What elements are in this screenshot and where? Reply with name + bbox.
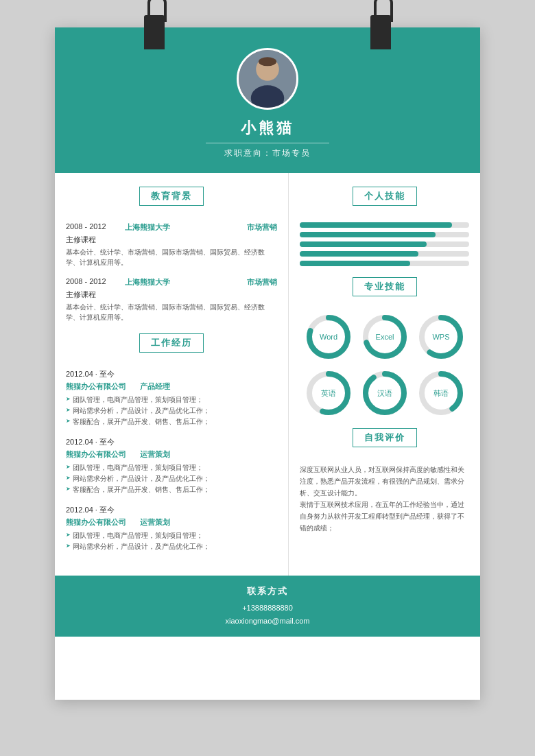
work-position-1: 运营策划: [140, 449, 170, 460]
footer-title: 联系方式: [69, 585, 466, 598]
edu-subtitle-1: 主修课程: [66, 290, 277, 300]
work-bullet-0-2: 客服配合，展开产品开发、销售、售后工作；: [66, 416, 277, 427]
resume-body: 教育背景 2008 - 2012 上海熊猫大学 市场营销 主修课程 基本会计、统…: [55, 173, 480, 576]
work-position-0: 产品经理: [140, 381, 170, 392]
edu-desc-1: 基本会计、统计学、市场营销、国际市场营销、国际贸易、经济数学、计算机应用等。: [66, 302, 277, 322]
work-bullet-0-0: 团队管理，电商产品管理，策划项目管理；: [66, 394, 277, 405]
work-bullet-2-1: 网站需求分析，产品设计，及产品优化工作；: [66, 541, 277, 552]
skill-bar-row-3: [300, 251, 469, 257]
header-divider: [206, 143, 329, 143]
skill-bar-bg-3: [300, 251, 469, 257]
work-company-row-1: 熊猫办公有限公司 运营策划: [66, 449, 277, 460]
skill-bar-row-0: [300, 222, 469, 228]
edu-desc-0: 基本会计、统计学、市场营销、国际市场营销、国际贸易、经济数学、计算机应用等。: [66, 247, 277, 268]
work-bullet-0-1: 网站需求分析，产品设计，及产品优化工作；: [66, 405, 277, 416]
work-bullet-1-1: 网站需求分析，产品设计，及产品优化工作；: [66, 473, 277, 484]
footer-email: xiaoxiongmao@mail.com: [69, 615, 466, 628]
skill-bar-row-1: [300, 232, 469, 237]
clip-right: [370, 15, 391, 49]
donut-svg-2: WPS: [417, 313, 465, 361]
work-bullet-1-0: 团队管理，电商产品管理，策划项目管理；: [66, 462, 277, 473]
edu-header-1: 2008 - 2012 上海熊猫大学 市场营销: [66, 277, 277, 287]
donut-item-5: 韩语: [417, 369, 465, 417]
work-section-title-wrapper: 工作经历: [66, 333, 277, 361]
pro-skills-title-wrapper: 专业技能: [300, 277, 469, 305]
work-section-title: 工作经历: [139, 333, 204, 353]
edu-major-0: 市场营销: [247, 222, 277, 233]
work-date-1: 2012.04 · 至今: [66, 437, 277, 447]
work-entry-1: 2012.04 · 至今 熊猫办公有限公司 运营策划 团队管理，电商产品管理，策…: [66, 437, 277, 495]
clip-left: [144, 15, 165, 49]
edu-subtitle-0: 主修课程: [66, 235, 277, 245]
avatar: [237, 48, 298, 110]
svg-text:英语: 英语: [321, 389, 336, 397]
donut-item-2: WPS: [417, 313, 465, 361]
edu-entry-0: 2008 - 2012 上海熊猫大学 市场营销 主修课程 基本会计、统计学、市场…: [66, 222, 277, 268]
work-entry-2: 2012.04 · 至今 熊猫办公有限公司 运营策划 团队管理，电商产品管理，策…: [66, 505, 277, 552]
job-title: 求职意向：市场专员: [224, 147, 311, 159]
svg-text:Word: Word: [319, 333, 337, 341]
work-date-2: 2012.04 · 至今: [66, 505, 277, 515]
skill-bar-bg-2: [300, 241, 469, 247]
skill-bar-fill-3: [300, 251, 418, 257]
left-column: 教育背景 2008 - 2012 上海熊猫大学 市场营销 主修课程 基本会计、统…: [55, 173, 289, 576]
svg-text:WPS: WPS: [432, 333, 449, 341]
work-company-row-2: 熊猫办公有限公司 运营策划: [66, 517, 277, 528]
donut-item-1: Excel: [361, 313, 409, 361]
edu-school-0: 上海熊猫大学: [125, 222, 170, 233]
page-wrapper: 小熊猫 求职意向：市场专员 教育背景 2008 - 2012 上海熊猫大学 市场…: [55, 27, 480, 700]
education-section-title: 教育背景: [139, 187, 204, 206]
donut-svg-4: 汉语: [361, 369, 409, 417]
svg-text:汉语: 汉语: [377, 389, 392, 397]
resume-name: 小熊猫: [241, 118, 294, 139]
work-bullet-2-0: 团队管理，电商产品管理，策划项目管理；: [66, 530, 277, 541]
work-company-0: 熊猫办公有限公司: [66, 381, 126, 392]
work-section: 工作经历 2012.04 · 至今 熊猫办公有限公司 产品经理 团队管理，电商产…: [66, 333, 277, 552]
skill-bar-bg-4: [300, 261, 469, 266]
donut-svg-3: 英语: [305, 369, 353, 417]
resume-header: 小熊猫 求职意向：市场专员: [55, 27, 480, 173]
edu-year-1: 2008 - 2012: [66, 277, 114, 287]
edu-school-1: 上海熊猫大学: [125, 277, 170, 287]
personal-skills-title-wrapper: 个人技能: [300, 187, 469, 214]
self-eval-title: 自我评价: [353, 428, 417, 447]
skill-bar-bg-1: [300, 232, 469, 237]
work-company-2: 熊猫办公有限公司: [66, 517, 126, 528]
donut-svg-1: Excel: [361, 313, 409, 361]
donut-svg-5: 韩语: [417, 369, 465, 417]
work-position-2: 运营策划: [140, 517, 170, 528]
work-date-0: 2012.04 · 至今: [66, 369, 277, 379]
education-entries: 2008 - 2012 上海熊猫大学 市场营销 主修课程 基本会计、统计学、市场…: [66, 222, 277, 322]
work-company-row-0: 熊猫办公有限公司 产品经理: [66, 381, 277, 392]
right-column: 个人技能 专业技能: [289, 173, 480, 576]
donut-item-4: 汉语: [361, 369, 409, 417]
pro-skills-title: 专业技能: [353, 277, 417, 296]
donut-item-3: 英语: [305, 369, 353, 417]
self-eval-text: 深度互联网从业人员，对互联网保持高度的敏感性和关注度，熟悉产品开发流程，有很强的…: [300, 464, 469, 534]
skill-bar-row-4: [300, 261, 469, 266]
svg-text:Excel: Excel: [375, 333, 394, 341]
resume: 小熊猫 求职意向：市场专员 教育背景 2008 - 2012 上海熊猫大学 市场…: [55, 27, 480, 700]
self-eval-title-wrapper: 自我评价: [300, 428, 469, 456]
work-bullet-1-2: 客服配合，展开产品开发、销售、售后工作；: [66, 484, 277, 495]
work-company-1: 熊猫办公有限公司: [66, 449, 126, 460]
skill-bar-fill-2: [300, 241, 427, 247]
edu-entry-1: 2008 - 2012 上海熊猫大学 市场营销 主修课程 基本会计、统计学、市场…: [66, 277, 277, 322]
skill-bar-fill-0: [300, 222, 452, 228]
donut-svg-0: Word: [305, 313, 353, 361]
skill-bar-fill-4: [300, 261, 410, 266]
resume-footer: 联系方式 +13888888880 xiaoxiongmao@mail.com: [55, 576, 480, 637]
education-section-title-wrapper: 教育背景: [66, 187, 277, 214]
edu-header-0: 2008 - 2012 上海熊猫大学 市场营销: [66, 222, 277, 233]
donut-grid: Word Excel WPS 英语 汉语 韩语: [300, 313, 469, 417]
skills-bars: [300, 222, 469, 266]
skill-bar-row-2: [300, 241, 469, 247]
svg-point-4: [259, 57, 276, 66]
skill-bar-bg-0: [300, 222, 469, 228]
edu-major-1: 市场营销: [247, 277, 277, 287]
skill-bar-fill-1: [300, 232, 436, 237]
edu-year-0: 2008 - 2012: [66, 222, 114, 233]
personal-skills-title: 个人技能: [353, 187, 417, 206]
work-entry-0: 2012.04 · 至今 熊猫办公有限公司 产品经理 团队管理，电商产品管理，策…: [66, 369, 277, 427]
footer-phone: +13888888880: [69, 602, 466, 615]
